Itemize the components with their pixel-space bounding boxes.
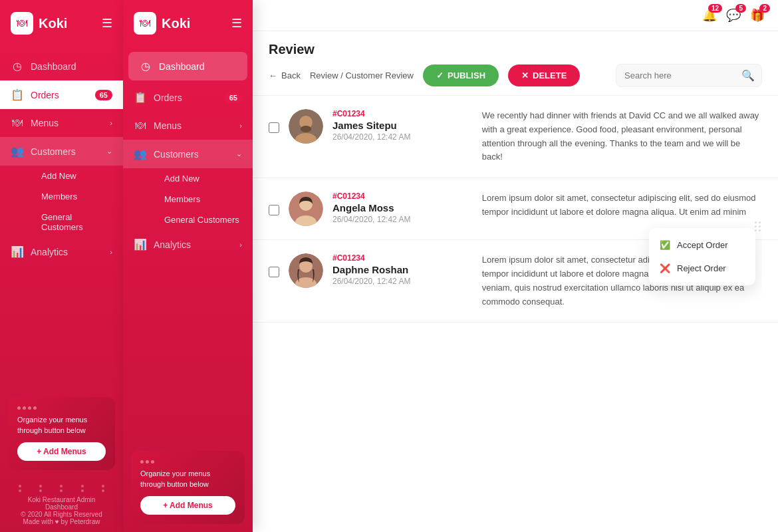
sidebar-header: 🍽 Koki ☰ [0,0,123,47]
orders-icon: 📋 [11,88,24,101]
overlay-nav-customers[interactable]: 👥 Customers ⌄ [123,140,253,168]
copyright-year: © 2020 All Rights Reserved [11,511,112,518]
chevron-right-icon: › [110,119,112,127]
breadcrumb-current: Customer Review [345,70,414,80]
dot [19,489,21,492]
review-header: Review ← Back Review / Customer Review ✓… [253,31,778,96]
reject-order-button[interactable]: ❌ Reject Order [649,257,755,280]
sidebar-item-customers[interactable]: 👥 Customers ⌄ [0,137,123,166]
review-content: #C01234 James Sitepu 26/04/2020, 12:42 A… [253,96,778,532]
gifts-button[interactable]: 🎁 2 [750,8,765,23]
review-info: #C01234 Angela Moss 26/04/2020, 12:42 AM [332,192,473,224]
review-customer-id: #C01234 [332,253,473,263]
overlay-customers-submenu: Add New Members General Customers [123,168,253,230]
logo-icon: 🍽 [11,12,33,35]
sidebar-item-menus[interactable]: 🍽 Menus › [0,109,123,137]
delete-label: DELETE [533,70,567,80]
review-item: #C01234 James Sitepu 26/04/2020, 12:42 A… [253,96,778,178]
sidebar-logo: 🍽 Koki [11,12,67,35]
review-text: We recently had dinner with friends at D… [482,109,762,164]
overlay-hamburger[interactable]: ☰ [231,16,242,31]
bottom-dots [11,485,112,492]
analytics-icon: 📊 [134,238,147,251]
overlay-footer: Organize your menus through button below… [131,451,245,524]
avatar [289,109,323,144]
orders-icon: 📋 [134,91,147,104]
dot [102,489,104,492]
dot [19,485,21,487]
dot [102,485,104,487]
sidebar-item-members[interactable]: Members [31,186,123,207]
breadcrumb-root: Review [310,70,338,80]
overlay-nav-dashboard[interactable]: ◷ Dashboard [128,52,247,80]
customers-icon: 👥 [11,145,24,158]
overlay-nav-add-new[interactable]: Add New [154,168,253,189]
hamburger-menu[interactable]: ☰ [102,16,112,31]
messages-button[interactable]: 💬 5 [726,8,741,23]
overlay-nav-analytics[interactable]: 📊 Analytics › [123,230,253,259]
dashboard-icon: ◷ [11,60,24,72]
avatar-image [289,192,323,226]
sidebar-item-dashboard[interactable]: ◷ Dashboard [0,52,123,80]
reject-label: Reject Order [677,263,726,273]
menus-icon: 🍽 [11,117,24,129]
sidebar-item-general-customers[interactable]: General Customers [31,207,123,237]
add-menus-button[interactable]: + Add Menus [140,496,235,515]
check-icon: ✓ [436,70,444,80]
back-button[interactable]: ← Back [269,70,301,80]
customers-submenu: Add New Members General Customers [0,166,123,237]
logo-text: Koki [39,16,67,31]
publish-label: PUBLISH [448,70,485,80]
gift-badge: 2 [759,4,770,13]
chevron-right-icon: › [110,248,112,256]
sidebar-item-label: Customers [31,146,100,157]
dot [151,460,154,464]
overlay-nav-menus[interactable]: 🍽 Menus › [123,112,253,140]
accept-order-button[interactable]: ✅ Accept Order [649,233,755,257]
overlay-nav-members[interactable]: Members [154,189,253,209]
footer-dots [140,460,235,464]
nav-label: Analytics [154,239,233,250]
sidebar-item-label: Dashboard [31,61,112,72]
review-checkbox[interactable] [269,205,279,215]
review-date: 26/04/2020, 12:42 AM [332,215,473,224]
dot [81,489,84,492]
overlay-sidebar-header: 🍽 Koki ☰ [123,0,253,47]
add-menus-button[interactable]: + Add Menus [17,442,106,461]
sidebar-item-label: Menus [31,118,103,128]
sidebar-item-add-new[interactable]: Add New [31,166,123,186]
delete-button[interactable]: ✕ DELETE [508,65,580,86]
chevron-right-icon: › [239,122,242,130]
review-search-input[interactable] [624,70,736,80]
review-customer-name: Daphne Roshan [332,264,473,275]
avatar-image [289,109,323,144]
notification-bell[interactable]: 🔔 12 [702,8,717,23]
chevron-down-icon: ⌄ [106,147,112,156]
dot [39,489,42,492]
review-title: Review [269,42,762,57]
back-label: Back [281,70,301,80]
menus-icon: 🍽 [134,120,147,132]
dot [755,225,757,227]
sidebar-item-orders[interactable]: 📋 Orders 65 [0,80,123,109]
review-checkbox[interactable] [269,122,279,133]
review-customer-id: #C01234 [332,192,473,201]
dashboard-icon: ◷ [139,60,152,72]
sidebar-footer: Organize your menus through button below… [8,397,115,470]
overlay-sidebar: 🍽 Koki ☰ ◷ Dashboard 📋 Orders 65 🍽 Menus… [123,0,253,532]
dot [755,229,757,231]
overlay-nav-orders[interactable]: 📋 Orders 65 [123,83,253,112]
sidebar-item-analytics[interactable]: 📊 Analytics › [0,237,123,266]
review-info: #C01234 Daphne Roshan 26/04/2020, 12:42 … [332,253,473,286]
sidebar-nav: ◷ Dashboard 📋 Orders 65 🍽 Menus › 👥 Cust… [0,47,123,389]
avatar [289,192,323,226]
check-circle-icon: ✅ [660,240,670,250]
dot [60,489,63,492]
orders-badge: 65 [95,90,112,100]
review-date: 26/04/2020, 12:42 AM [332,277,473,286]
footer-text: Organize your menus through button below [140,469,235,489]
review-checkbox[interactable] [269,267,279,277]
publish-button[interactable]: ✓ PUBLISH [423,65,499,86]
overlay-nav-general-customers[interactable]: General Customers [154,209,253,230]
sidebar-bottom: Koki Restaurant Admin Dashboard © 2020 A… [0,478,123,532]
